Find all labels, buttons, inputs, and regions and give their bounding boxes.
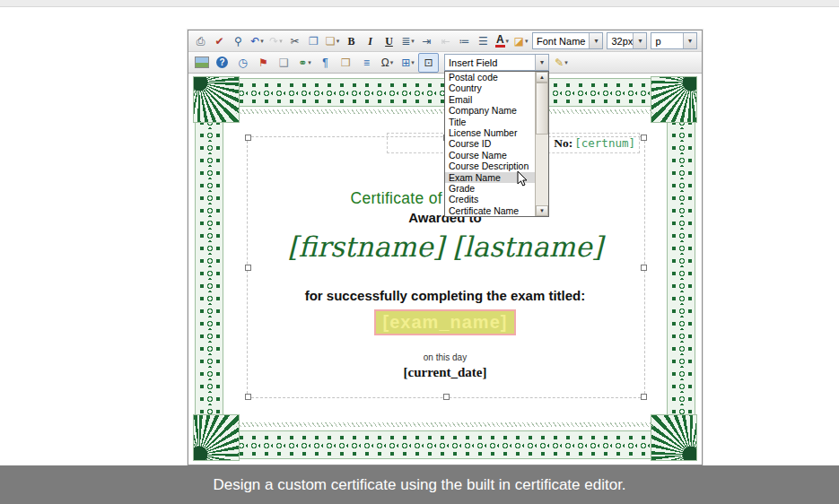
certnum-field: [certnum] [574,136,635,150]
caption-bar: Design a custom certificate using the bu… [0,465,839,504]
scroll-down-icon[interactable]: ▼ [536,205,548,216]
spellcheck-icon: ✔ [214,36,223,47]
fields-toggle-button[interactable]: ⊡ ▾ [418,53,439,73]
block-format-combo[interactable]: p ▾ [651,32,697,49]
font-size-combo[interactable]: 32px ▾ [607,32,647,49]
resize-handle[interactable] [245,394,251,400]
find-button[interactable]: ⚲ ▾ [229,31,248,51]
editor-toolbar: ⎙ ▾ ✔ ▾ ⚲ ▾ ↶ ▾ ↷ ▾ [188,30,702,74]
table-icon: ⊞ [401,57,410,68]
font-name-combo[interactable]: Font Name ▾ [532,32,603,49]
horizontal-rule-icon: ≡ [363,57,370,68]
outdent-icon: ⇤ [441,36,450,47]
scroll-thumb[interactable] [536,83,548,135]
bold-icon: B [347,36,354,47]
indent-icon: ⇥ [422,36,431,47]
bullet-list-button[interactable]: ☰ ▾ [474,31,493,51]
font-color-icon: A [495,34,505,48]
current-date-field: [current_date] [193,365,697,380]
cut-button[interactable]: ✂ ▾ [285,31,304,51]
link-icon: ⚭ [298,57,307,68]
special-char-button[interactable]: Ω ▾ [377,53,398,73]
link-button[interactable]: ⚭ ▾ [294,53,315,73]
horizontal-rule-button[interactable]: ≡ ▾ [356,53,377,73]
outdent-button[interactable]: ⇤ ▾ [436,31,455,51]
bold-button[interactable]: B ▾ [342,31,361,51]
copy-icon: ❐ [309,36,319,47]
paragraph-button[interactable]: ¶ ▾ [315,53,336,73]
scroll-up-icon[interactable]: ▲ [536,72,548,83]
dropdown-item[interactable]: License Number [445,127,535,138]
exam-name-line: [exam_name] [193,309,697,335]
dropdown-item[interactable]: Title [445,117,535,127]
chevron-down-icon: ▾ [308,59,311,65]
pencil-icon: ✎ [555,57,564,68]
align-icon: ≣ [401,36,410,47]
numbered-list-icon: ≔ [459,36,470,47]
help-button[interactable]: ? ▾ [212,53,232,73]
chevron-down-icon: ▾ [260,38,264,44]
spellcheck-button[interactable]: ✔ ▾ [210,31,229,51]
chevron-down-icon: ▾ [525,38,529,44]
resize-handle[interactable] [641,135,647,141]
indent-button[interactable]: ⇥ ▾ [417,31,436,51]
certificate-editor-window: ⎙ ▾ ✔ ▾ ⚲ ▾ ↶ ▾ ↷ ▾ [188,30,703,465]
insert-picture-icon: ❑ [279,57,289,68]
ornate-corner-bottom-left [193,414,240,461]
caption-text: Design a custom certificate using the bu… [213,476,625,494]
resize-handle[interactable] [443,394,450,400]
resize-handle[interactable] [641,394,647,400]
resize-handle[interactable] [641,265,647,271]
dropdown-item[interactable]: Course ID [445,138,535,149]
dropdown-item[interactable]: Certificate Name [445,205,535,216]
dropdown-item[interactable]: Credits [445,194,535,204]
ornate-corner-top-left [193,76,240,123]
chevron-down-icon: ▾ [506,38,510,44]
dropdown-item[interactable]: Postal code [445,72,535,83]
table-button[interactable]: ⊞ ▾ [398,53,418,73]
media-icon: ◷ [238,57,247,68]
bullet-list-icon: ☰ [478,36,488,47]
align-button[interactable]: ≣ ▾ [398,31,417,51]
underline-button[interactable]: U ▾ [380,31,398,51]
italic-button[interactable]: I ▾ [361,31,380,51]
edit-field-button[interactable]: ✎ ▾ [551,53,572,73]
certificate-number-label: No: [554,136,572,151]
dropdown-item[interactable]: Company Name [445,105,535,116]
scrollbar[interactable]: ▲ ▼ [535,72,548,216]
resize-handle[interactable] [245,135,251,141]
exam-name-field[interactable]: [exam_name] [374,309,517,335]
insert-picture-button[interactable]: ❑ ▾ [274,53,294,73]
clipboard-button[interactable]: ❒ ▾ [336,53,356,73]
insert-image-button[interactable]: ▾ [191,53,212,73]
completing-text: for successfully completing the exam tit… [193,288,697,303]
dropdown-item[interactable]: Course Name [445,150,535,161]
top-strip [0,0,839,7]
chevron-down-icon[interactable]: ▾ [589,33,602,48]
highlight-color-icon: ◪ [514,36,524,47]
ornate-corner-top-right [651,76,697,123]
print-icon: ⎙ [197,36,205,47]
dropdown-item[interactable]: Email [445,94,535,105]
resize-handle[interactable] [245,265,251,271]
chevron-down-icon[interactable]: ▾ [683,33,696,48]
ornate-corner-bottom-right [651,414,697,461]
paste-button[interactable]: ❏ ▾ [323,31,342,51]
highlight-color-button[interactable]: ◪ ▾ [511,31,530,51]
chevron-down-icon[interactable]: ▾ [535,55,548,70]
numbered-list-button[interactable]: ≔ ▾ [455,31,474,51]
media-button[interactable]: ◷ ▾ [232,53,253,73]
font-color-button[interactable]: A ▾ [493,31,511,51]
redo-button[interactable]: ↷ ▾ [267,31,285,51]
chevron-down-icon[interactable]: ▾ [633,33,646,48]
fields-toggle-icon: ⊡ [424,57,433,68]
flag-icon: ⚑ [258,57,268,68]
flag-button[interactable]: ⚑ ▾ [253,53,274,73]
dropdown-item[interactable]: Country [445,83,535,93]
copy-button[interactable]: ❐ ▾ [304,31,323,51]
print-button[interactable]: ⎙ ▾ [191,31,210,51]
redo-icon: ↷ [269,36,278,47]
toolbar-row-2: ▾ ? ▾ ◷ ▾ ⚑ ▾ ❑ ▾ [188,51,702,73]
undo-button[interactable]: ↶ ▾ [248,31,267,51]
insert-field-combo[interactable]: Insert Field ▾ Postal codeCountryEmailCo… [444,54,549,71]
